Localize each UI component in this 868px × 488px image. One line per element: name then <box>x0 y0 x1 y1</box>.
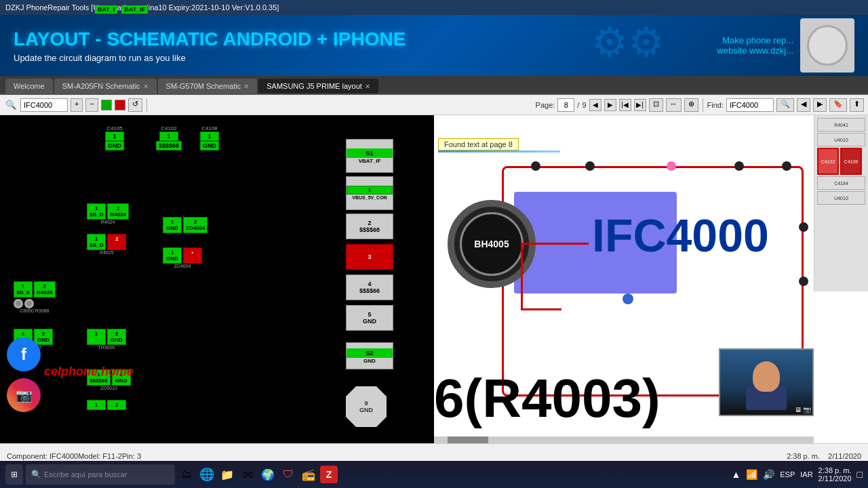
thumb-c4184[interactable]: C4184 <box>817 176 865 190</box>
find-next-btn[interactable]: ▶ <box>813 98 827 112</box>
dot-blue <box>623 293 633 304</box>
comp-c4105-id: C4105 <box>106 125 123 131</box>
thumb-u4010[interactable]: U4010 <box>817 133 865 146</box>
r4025-p2: 2 <box>107 234 126 250</box>
node2-val: $$$$68 <box>359 226 380 233</box>
taskbar-edge[interactable]: 🌐 <box>198 466 216 483</box>
zoom-in-btn[interactable]: + <box>71 98 83 112</box>
th3000-group: 1 2GND TH3000 <box>87 329 126 350</box>
taskbar-chrome[interactable]: 🌍 <box>259 466 277 483</box>
dot-top-2 <box>585 161 595 171</box>
r4025-id: R4025 <box>87 250 126 255</box>
right-panel[interactable]: Found text at page 8 IFC4000 <box>434 115 868 443</box>
tab-bar: Welcome SM-A205FN Schematic ✕ SM-G570M S… <box>0 76 868 95</box>
comp-c4108-p2: GND <box>200 141 219 150</box>
separator-1 <box>146 98 147 112</box>
brand-text: celphone home <box>44 365 134 379</box>
nav-end-btn[interactable]: ▶| <box>634 99 646 111</box>
r4026-p2: 2R4026 <box>34 281 56 298</box>
status-time: 2:38 p. m. <box>787 452 820 460</box>
banner-right: Make phone rep... website www.dzkj... <box>717 35 793 56</box>
r4024-id: R4024 <box>87 220 129 224</box>
export-btn[interactable]: ⬆ <box>850 98 864 112</box>
thumb-c4108[interactable]: C4108 <box>840 148 862 175</box>
zd4004b-p2: ▪ <box>183 247 202 264</box>
instagram-icon-area[interactable]: 📷 <box>7 378 41 416</box>
taskbar-mail[interactable]: ✉ <box>239 466 256 483</box>
tab-j5-prime-close[interactable]: ✕ <box>365 83 370 90</box>
facebook-circle[interactable]: f <box>7 338 41 371</box>
banner-website: website www.dzkj... <box>717 45 793 56</box>
app1-icon: Z <box>326 469 332 480</box>
comp-c4108: C4108 1 GND <box>200 125 219 150</box>
thumb-r4041[interactable]: R4041 <box>817 118 865 131</box>
thumb-container: R4041 U4010 C4102 C4108 C4184 U4010 <box>816 117 867 206</box>
taskbar-explorer[interactable]: 📁 <box>218 466 236 483</box>
status-date: 2/11/2020 <box>828 452 861 460</box>
th3000-id: TH3000 <box>87 345 126 350</box>
dot-top-4 <box>782 161 791 171</box>
bookmark-btn[interactable]: 🔖 <box>829 98 847 112</box>
find-prev-btn[interactable]: ◀ <box>797 98 810 112</box>
search-input[interactable] <box>20 98 68 112</box>
tab-j5-prime[interactable]: SAMSUNG J5 PRIME layout ✕ <box>258 79 378 94</box>
page-next-btn[interactable]: ▶ <box>604 99 616 111</box>
start-icon: ⊞ <box>11 470 18 479</box>
tab-sm-g570m-close[interactable]: ✕ <box>243 83 249 90</box>
comp-c4102-id: C4102 <box>161 125 177 131</box>
search-icon[interactable]: 🔍 <box>4 98 18 112</box>
zd5010-id: ZD5010 <box>87 386 131 390</box>
banner-right-text: Make phone rep... <box>717 35 793 45</box>
find-btn[interactable]: 🔍 <box>776 98 794 112</box>
tab-welcome[interactable]: Welcome <box>5 79 53 94</box>
page-prev-btn[interactable]: ◀ <box>589 99 601 111</box>
taskbar-security[interactable]: 🛡 <box>279 466 297 483</box>
found-underline <box>438 150 560 152</box>
nav-start-btn[interactable]: |◀ <box>619 99 631 111</box>
start-button[interactable]: ⊞ <box>5 464 23 485</box>
facebook-icon: f <box>21 345 26 364</box>
scroll-thumb[interactable] <box>448 436 488 443</box>
scroll-bar[interactable] <box>434 436 814 443</box>
right-toolbar: Page: / 9 ◀ ▶ |◀ ▶| ⊡ ↔ ⊕ Find: 🔍 ◀ ▶ 🔖 … <box>536 98 864 112</box>
arrow-up-icon[interactable]: ▲ <box>731 469 741 480</box>
fit-width-btn[interactable]: ↔ <box>666 98 682 112</box>
tab-sm-a205fn[interactable]: SM-A205FN Schematic ✕ <box>54 79 157 94</box>
search-taskbar-icon: 🔍 <box>31 470 41 479</box>
status-model: Model: F11-2 <box>78 452 122 460</box>
red-line-vertical <box>521 243 523 310</box>
add-btn[interactable]: ⊕ <box>684 98 698 112</box>
comp-c4102: C4102 1 $$$$69 <box>156 125 182 150</box>
th3000-p2: 2GND <box>107 329 126 345</box>
zd4004-p2: 2ZD4004 <box>183 217 208 233</box>
zoom-out-btn[interactable]: − <box>85 98 98 112</box>
fit-btn[interactable]: ⊡ <box>649 98 663 112</box>
switch-s1: S1 VBAT_IF <box>346 139 393 173</box>
find-input[interactable] <box>726 98 774 112</box>
instagram-circle[interactable]: 📷 <box>7 378 41 412</box>
edge-icon: 🌐 <box>199 467 214 482</box>
thumb-u4010b[interactable]: U4010 <box>817 191 865 205</box>
tab-sm-a205fn-close[interactable]: ✕ <box>143 83 149 90</box>
comp-c4105-p1: 1 <box>105 131 124 141</box>
zd4004b-group: 1GND ▪ ZD4004 <box>163 247 202 268</box>
r4024-group: 1$B_D 2R4024 R4024 <box>87 203 129 224</box>
bh4005-inner: BH4005 <box>460 212 524 276</box>
refresh-btn[interactable]: ↺ <box>128 98 142 112</box>
page-input[interactable] <box>557 98 574 112</box>
notification-icon[interactable]: □ <box>857 469 863 480</box>
status-right: 2:38 p. m. 2/11/2020 <box>787 452 861 460</box>
search-taskbar[interactable]: 🔍 Escribe aquí para buscar <box>26 464 175 485</box>
taskbar-media[interactable]: 📻 <box>300 466 317 483</box>
network-icon: 📶 <box>746 469 757 480</box>
taskbar-task-view[interactable]: 🗂 <box>178 466 195 483</box>
taskbar-app1[interactable]: Z <box>320 466 338 483</box>
zd4004b-p1: 1GND <box>163 247 182 264</box>
facebook-icon-area[interactable]: f <box>7 338 41 375</box>
left-panel[interactable]: C4105 1 GND C4102 1 $$$$69 C4108 1 GND S… <box>0 115 434 443</box>
thumb-c4102[interactable]: C4102 <box>817 148 839 175</box>
webcam-icon-2: 📷 <box>803 406 811 413</box>
zd4004b-id: ZD4004 <box>163 264 202 268</box>
tab-sm-g570m[interactable]: SM-G570M Schematic ✕ <box>158 79 258 94</box>
comp-c4102-p2: $$$$69 <box>156 141 182 150</box>
